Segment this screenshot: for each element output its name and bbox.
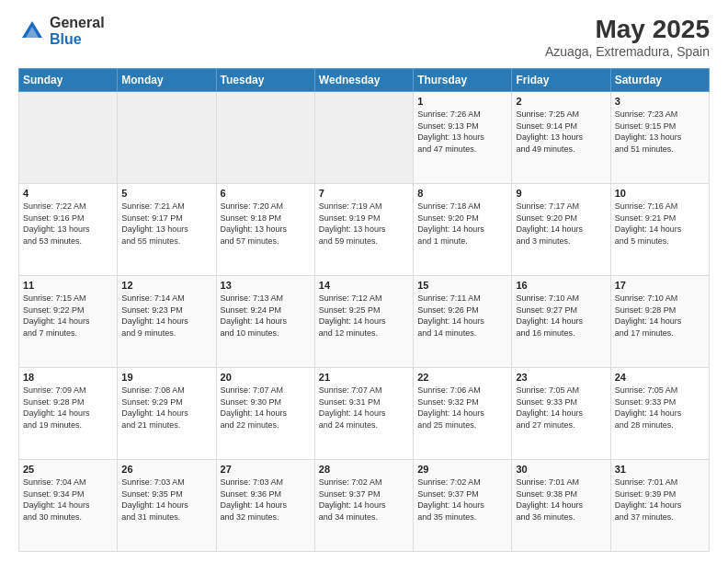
day-info: Sunrise: 7:19 AM Sunset: 9:19 PM Dayligh…	[319, 201, 409, 247]
day-info: Sunrise: 7:23 AM Sunset: 9:15 PM Dayligh…	[615, 109, 705, 155]
calendar-cell: 5Sunrise: 7:21 AM Sunset: 9:17 PM Daylig…	[118, 184, 216, 276]
calendar-cell: 1Sunrise: 7:26 AM Sunset: 9:13 PM Daylig…	[414, 92, 512, 184]
title-block: May 2025 Azuaga, Extremadura, Spain	[545, 15, 710, 59]
calendar-cell: 27Sunrise: 7:03 AM Sunset: 9:36 PM Dayli…	[216, 460, 314, 552]
calendar-cell: 13Sunrise: 7:13 AM Sunset: 9:24 PM Dayli…	[216, 276, 314, 368]
calendar-cell: 2Sunrise: 7:25 AM Sunset: 9:14 PM Daylig…	[512, 92, 610, 184]
logo-text: General Blue	[50, 15, 105, 47]
calendar-cell: 3Sunrise: 7:23 AM Sunset: 9:15 PM Daylig…	[610, 92, 709, 184]
day-info: Sunrise: 7:20 AM Sunset: 9:18 PM Dayligh…	[221, 201, 311, 247]
calendar-cell: 29Sunrise: 7:02 AM Sunset: 9:37 PM Dayli…	[414, 460, 512, 552]
day-info: Sunrise: 7:26 AM Sunset: 9:13 PM Dayligh…	[417, 109, 507, 155]
day-number: 31	[615, 464, 705, 475]
calendar-cell	[314, 92, 413, 184]
calendar-header-wednesday: Wednesday	[314, 69, 413, 92]
day-info: Sunrise: 7:11 AM Sunset: 9:26 PM Dayligh…	[417, 293, 507, 339]
day-info: Sunrise: 7:05 AM Sunset: 9:33 PM Dayligh…	[615, 385, 705, 431]
calendar-table: SundayMondayTuesdayWednesdayThursdayFrid…	[18, 68, 710, 552]
calendar-header-thursday: Thursday	[414, 69, 512, 92]
calendar-header-row: SundayMondayTuesdayWednesdayThursdayFrid…	[19, 69, 710, 92]
day-info: Sunrise: 7:04 AM Sunset: 9:34 PM Dayligh…	[23, 477, 113, 523]
calendar-week-row: 11Sunrise: 7:15 AM Sunset: 9:22 PM Dayli…	[19, 276, 710, 368]
calendar-cell: 20Sunrise: 7:07 AM Sunset: 9:30 PM Dayli…	[216, 368, 314, 460]
day-info: Sunrise: 7:10 AM Sunset: 9:27 PM Dayligh…	[516, 293, 606, 339]
day-number: 28	[319, 464, 409, 475]
logo-icon	[18, 17, 46, 45]
page: General Blue May 2025 Azuaga, Extremadur…	[0, 0, 728, 563]
day-info: Sunrise: 7:15 AM Sunset: 9:22 PM Dayligh…	[23, 293, 113, 339]
day-number: 25	[23, 464, 113, 475]
calendar-header-saturday: Saturday	[610, 69, 709, 92]
day-number: 15	[417, 280, 507, 291]
day-number: 2	[516, 96, 606, 107]
day-number: 30	[516, 464, 606, 475]
calendar-week-row: 18Sunrise: 7:09 AM Sunset: 9:28 PM Dayli…	[19, 368, 710, 460]
day-info: Sunrise: 7:02 AM Sunset: 9:37 PM Dayligh…	[319, 477, 409, 523]
calendar-cell: 25Sunrise: 7:04 AM Sunset: 9:34 PM Dayli…	[19, 460, 118, 552]
calendar-cell: 23Sunrise: 7:05 AM Sunset: 9:33 PM Dayli…	[512, 368, 610, 460]
day-number: 3	[615, 96, 705, 107]
calendar-cell: 8Sunrise: 7:18 AM Sunset: 9:20 PM Daylig…	[414, 184, 512, 276]
calendar-cell: 24Sunrise: 7:05 AM Sunset: 9:33 PM Dayli…	[610, 368, 709, 460]
logo-general: General	[50, 15, 105, 31]
calendar-week-row: 4Sunrise: 7:22 AM Sunset: 9:16 PM Daylig…	[19, 184, 710, 276]
calendar-cell: 11Sunrise: 7:15 AM Sunset: 9:22 PM Dayli…	[19, 276, 118, 368]
day-number: 20	[221, 372, 311, 383]
day-number: 12	[121, 280, 211, 291]
day-number: 26	[121, 464, 211, 475]
day-number: 17	[615, 280, 705, 291]
day-number: 8	[417, 188, 507, 199]
day-info: Sunrise: 7:12 AM Sunset: 9:25 PM Dayligh…	[319, 293, 409, 339]
calendar-cell: 7Sunrise: 7:19 AM Sunset: 9:19 PM Daylig…	[314, 184, 413, 276]
calendar-cell: 4Sunrise: 7:22 AM Sunset: 9:16 PM Daylig…	[19, 184, 118, 276]
calendar-cell	[118, 92, 216, 184]
day-info: Sunrise: 7:13 AM Sunset: 9:24 PM Dayligh…	[221, 293, 311, 339]
calendar-header-tuesday: Tuesday	[216, 69, 314, 92]
day-info: Sunrise: 7:16 AM Sunset: 9:21 PM Dayligh…	[615, 201, 705, 247]
day-number: 6	[221, 188, 311, 199]
day-info: Sunrise: 7:06 AM Sunset: 9:32 PM Dayligh…	[417, 385, 507, 431]
day-info: Sunrise: 7:08 AM Sunset: 9:29 PM Dayligh…	[121, 385, 211, 431]
calendar-cell: 22Sunrise: 7:06 AM Sunset: 9:32 PM Dayli…	[414, 368, 512, 460]
calendar-cell: 9Sunrise: 7:17 AM Sunset: 9:20 PM Daylig…	[512, 184, 610, 276]
day-info: Sunrise: 7:07 AM Sunset: 9:31 PM Dayligh…	[319, 385, 409, 431]
calendar-cell: 31Sunrise: 7:01 AM Sunset: 9:39 PM Dayli…	[610, 460, 709, 552]
day-number: 29	[417, 464, 507, 475]
calendar-cell: 17Sunrise: 7:10 AM Sunset: 9:28 PM Dayli…	[610, 276, 709, 368]
day-info: Sunrise: 7:01 AM Sunset: 9:39 PM Dayligh…	[615, 477, 705, 523]
calendar-cell: 14Sunrise: 7:12 AM Sunset: 9:25 PM Dayli…	[314, 276, 413, 368]
day-number: 14	[319, 280, 409, 291]
day-info: Sunrise: 7:01 AM Sunset: 9:38 PM Dayligh…	[516, 477, 606, 523]
calendar-cell: 28Sunrise: 7:02 AM Sunset: 9:37 PM Dayli…	[314, 460, 413, 552]
day-number: 5	[121, 188, 211, 199]
day-info: Sunrise: 7:02 AM Sunset: 9:37 PM Dayligh…	[417, 477, 507, 523]
day-info: Sunrise: 7:14 AM Sunset: 9:23 PM Dayligh…	[121, 293, 211, 339]
day-number: 11	[23, 280, 113, 291]
day-number: 1	[417, 96, 507, 107]
header: General Blue May 2025 Azuaga, Extremadur…	[18, 15, 710, 59]
day-info: Sunrise: 7:09 AM Sunset: 9:28 PM Dayligh…	[23, 385, 113, 431]
day-info: Sunrise: 7:22 AM Sunset: 9:16 PM Dayligh…	[23, 201, 113, 247]
calendar-week-row: 1Sunrise: 7:26 AM Sunset: 9:13 PM Daylig…	[19, 92, 710, 184]
logo: General Blue	[18, 15, 105, 47]
calendar-cell	[216, 92, 314, 184]
calendar-cell	[19, 92, 118, 184]
day-number: 13	[221, 280, 311, 291]
calendar-cell: 10Sunrise: 7:16 AM Sunset: 9:21 PM Dayli…	[610, 184, 709, 276]
day-number: 7	[319, 188, 409, 199]
calendar-week-row: 25Sunrise: 7:04 AM Sunset: 9:34 PM Dayli…	[19, 460, 710, 552]
day-info: Sunrise: 7:10 AM Sunset: 9:28 PM Dayligh…	[615, 293, 705, 339]
day-number: 24	[615, 372, 705, 383]
day-info: Sunrise: 7:03 AM Sunset: 9:36 PM Dayligh…	[221, 477, 311, 523]
day-number: 23	[516, 372, 606, 383]
calendar-cell: 30Sunrise: 7:01 AM Sunset: 9:38 PM Dayli…	[512, 460, 610, 552]
day-number: 16	[516, 280, 606, 291]
day-number: 18	[23, 372, 113, 383]
calendar-header-monday: Monday	[118, 69, 216, 92]
day-info: Sunrise: 7:07 AM Sunset: 9:30 PM Dayligh…	[221, 385, 311, 431]
day-number: 19	[121, 372, 211, 383]
calendar-cell: 15Sunrise: 7:11 AM Sunset: 9:26 PM Dayli…	[414, 276, 512, 368]
day-info: Sunrise: 7:03 AM Sunset: 9:35 PM Dayligh…	[121, 477, 211, 523]
calendar-cell: 21Sunrise: 7:07 AM Sunset: 9:31 PM Dayli…	[314, 368, 413, 460]
day-number: 9	[516, 188, 606, 199]
